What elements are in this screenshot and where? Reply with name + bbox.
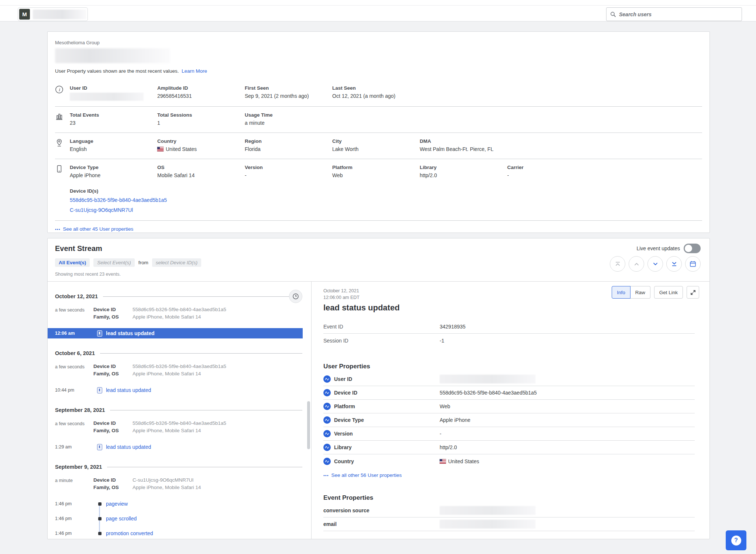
field-label: OS — [157, 164, 245, 171]
field-value: 296585416531 — [157, 92, 245, 100]
search-users-input[interactable] — [619, 11, 738, 17]
time-travel-clock-button[interactable] — [289, 290, 302, 303]
showing-count-text: Showing most recent 23 events. — [55, 272, 121, 277]
calendar-button[interactable] — [685, 256, 701, 272]
org-switcher[interactable]: M — [18, 7, 88, 21]
field-label: Last Seen — [332, 85, 507, 92]
field-label: Language — [70, 138, 157, 145]
event-title: lead status updated — [323, 303, 400, 313]
event-row[interactable]: 1:46 pm page scrolled — [48, 513, 303, 524]
filter-all-events[interactable]: All Event(s) — [55, 258, 90, 267]
amplitude-property-icon — [323, 416, 331, 424]
field-label: DMA — [420, 138, 595, 145]
user-property-row: Platform Web — [323, 400, 695, 413]
more-dots-icon: ••• — [55, 227, 61, 231]
field-label: Amplitude ID — [157, 85, 245, 92]
top-bar: M — [0, 0, 756, 21]
event-timeline-pane: October 12, 2021 a few seconds Device ID… — [48, 282, 312, 539]
meta-row: Event ID 342918935 — [323, 320, 695, 334]
field-value: Mobile Safari 14 — [157, 171, 245, 179]
expand-button[interactable] — [687, 286, 699, 299]
help-button[interactable]: ? — [726, 530, 746, 550]
filter-select-events[interactable]: Select Event(s) — [93, 258, 135, 267]
tab-raw[interactable]: Raw — [630, 286, 650, 299]
live-updates-toggle[interactable] — [684, 244, 701, 253]
device-ids-block: Device ID(s) 558d6c95-b326-5f9e-b840-4ae… — [55, 185, 702, 221]
timeline-scrollbar[interactable] — [307, 401, 310, 449]
info-icon: i — [55, 85, 70, 101]
device-id-link[interactable]: 558d6c95-b326-5f9e-b840-4ae3aed5b1a5 — [70, 197, 167, 203]
previous-event-button[interactable] — [629, 256, 644, 272]
user-name-redacted — [55, 48, 170, 63]
location-row: Language English Country United States R… — [55, 133, 702, 159]
custom-event-icon — [93, 387, 106, 393]
identity-row: i User ID Amplitude ID 296585416531 Firs… — [55, 80, 702, 107]
amplitude-property-icon — [323, 458, 331, 465]
us-flag-icon — [440, 459, 446, 464]
event-row[interactable]: 1:29 am lead status updated — [48, 442, 303, 452]
event-property-row: email — [323, 517, 695, 531]
field-label: Total Events — [70, 111, 157, 119]
svg-text:i: i — [59, 87, 61, 92]
user-property-row: Device ID 558d6c95-b326-5f9e-b840-4ae3ae… — [323, 386, 695, 400]
properties-note: User Property values shown are the most … — [55, 68, 702, 74]
event-row-selected[interactable]: 12:06 am lead status updated — [48, 328, 303, 338]
usage-row: Total Events 23 Total Sessions 1 Usage T… — [55, 107, 702, 133]
user-property-row: Device Type Apple iPhone — [323, 413, 695, 427]
event-properties-title: Event Properties — [323, 494, 695, 502]
see-all-event-user-properties: •••See all other 56 User properties — [323, 468, 695, 479]
field-value: Sep 9, 2021 (2 months ago) — [245, 92, 332, 100]
live-updates-label: Live event updates — [636, 245, 680, 251]
user-property-row: Country United States — [323, 454, 695, 468]
jump-to-bottom-button[interactable] — [666, 256, 682, 272]
bar-chart-icon — [55, 111, 70, 127]
user-properties-card: Mesothelioma Group User Property values … — [47, 31, 710, 233]
event-dot-icon — [93, 517, 106, 520]
info-raw-segmented-control: Info Raw — [612, 286, 650, 299]
learn-more-link[interactable]: Learn More — [182, 68, 207, 74]
field-value: Lake Worth — [332, 145, 420, 153]
group-label: Mesothelioma Group — [55, 40, 702, 45]
filter-from-label: from — [138, 260, 148, 265]
conversion-source-redacted — [440, 506, 536, 515]
event-row[interactable]: 10:44 pm lead status updated — [48, 385, 303, 395]
us-flag-icon — [157, 147, 164, 151]
event-row[interactable]: 1:46 pm pageview — [48, 499, 303, 509]
event-timestamp: October 12, 2021 12:06:00 am EDT — [323, 288, 360, 301]
field-label: Carrier — [507, 164, 595, 171]
session-summary: a few seconds Device IDFamily, OS 558d6c… — [48, 306, 311, 321]
field-value: a minute — [245, 119, 332, 127]
field-value: West Palm Beach-Ft. Pierce, FL — [420, 145, 595, 153]
day-header: October 12, 2021 — [48, 291, 311, 302]
event-row[interactable]: 1:46 pm promotion converted — [48, 528, 303, 538]
field-label: Device Type — [70, 164, 157, 171]
field-label: City — [332, 138, 420, 145]
day-header: October 6, 2021 — [48, 348, 311, 358]
get-link-button[interactable]: Get Link — [654, 286, 683, 299]
amplitude-property-icon — [323, 389, 331, 396]
field-value: 23 — [70, 119, 157, 127]
question-mark-icon: ? — [731, 536, 741, 546]
field-value: - — [507, 171, 595, 179]
user-property-row: Version - — [323, 427, 695, 441]
search-icon — [610, 11, 616, 17]
field-value: United States — [157, 145, 245, 153]
jump-to-top-button[interactable] — [610, 256, 625, 272]
org-logo: M — [19, 9, 30, 20]
top-divider — [0, 5, 756, 6]
tab-info[interactable]: Info — [612, 286, 630, 299]
field-label: Library — [420, 164, 507, 171]
device-row: Device Type Apple iPhone OS Mobile Safar… — [55, 159, 702, 185]
event-property-row: conversion source — [323, 504, 695, 517]
field-label: First Seen — [245, 85, 332, 92]
session-summary: a few seconds Device IDFamily, OS 558d6c… — [48, 420, 311, 434]
device-id-link[interactable]: C-su1Ujcsg-9O6qcMNR7Ul — [70, 207, 133, 213]
location-pin-icon — [55, 138, 70, 153]
field-label: Country — [157, 138, 245, 145]
meta-row: Session ID -1 — [323, 334, 695, 347]
amplitude-property-icon — [323, 375, 331, 383]
filter-select-device-ids[interactable]: select Device ID(s) — [152, 258, 201, 267]
email-redacted — [440, 520, 536, 529]
next-event-button[interactable] — [647, 256, 663, 272]
field-value: - — [245, 171, 332, 179]
